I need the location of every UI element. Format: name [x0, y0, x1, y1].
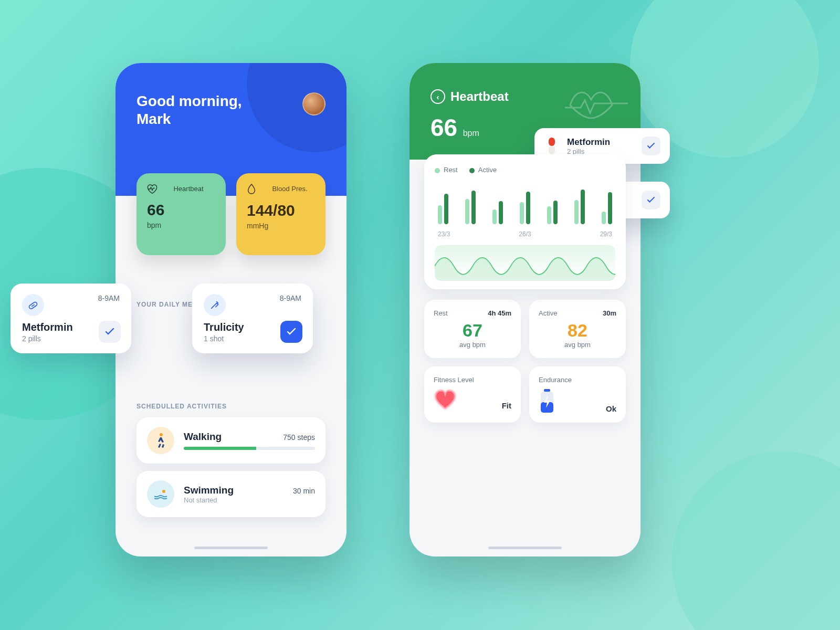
home-indicator	[194, 547, 268, 549]
droplet-icon	[247, 184, 256, 194]
header-decor	[247, 63, 346, 152]
fitness-result: Fit	[502, 401, 511, 410]
active-duration: 30m	[603, 309, 616, 317]
heartbeat-icon	[147, 184, 158, 194]
active-value: 82	[539, 320, 616, 341]
med-card-trulicity[interactable]: 8-9AM Trulicity 1 shot	[192, 284, 313, 353]
rest-duration: 4h 45m	[488, 309, 511, 317]
detail-title: Heartbeat	[450, 89, 509, 104]
check-icon	[647, 197, 655, 203]
med-card-metformin[interactable]: 8-9AM Metformin 2 pills	[10, 284, 131, 353]
endurance-card[interactable]: Endurance Ok	[529, 366, 626, 423]
heart-icon	[434, 389, 457, 410]
heartbeat-value: 66	[147, 201, 215, 219]
svg-point-0	[160, 433, 163, 436]
back-button[interactable]: ‹ Heartbeat	[430, 89, 509, 104]
active-stat-card[interactable]: Active 30m 82 avg bpm	[529, 300, 626, 358]
walking-name: Walking	[184, 431, 222, 443]
bp-label: Blood Pres.	[272, 185, 307, 193]
walking-progress	[184, 447, 315, 450]
float-med-check[interactable]	[642, 191, 660, 209]
active-label: Active	[539, 309, 557, 317]
rest-value: 67	[434, 320, 511, 341]
heartbeat-label: Heartbeat	[173, 185, 203, 193]
activities-section-title: SCHEDULLED ACTIVITIES	[116, 403, 346, 410]
legend-active: Active	[469, 166, 497, 174]
chart-legend: Rest Active	[435, 166, 615, 174]
med-time: 8-9AM	[98, 294, 120, 302]
check-icon	[647, 143, 655, 149]
chart-dates: 23/3 26/3 29/3	[435, 224, 615, 238]
avatar[interactable]	[302, 92, 326, 116]
check-icon	[287, 328, 296, 335]
bp-unit: mmHg	[247, 222, 315, 230]
activity-swimming[interactable]: Swimming 30 min Not started	[136, 471, 326, 517]
syringe-icon	[204, 294, 226, 316]
chart-date: 26/3	[519, 230, 531, 238]
heartbeat-decor-icon	[565, 84, 628, 121]
vitals-row: Heartbeat 66 bpm Blood Pres. 144/80 mmHg	[136, 173, 326, 255]
float-med-name: Metformin	[567, 137, 634, 148]
legend-rest: Rest	[435, 166, 458, 174]
activity-walking[interactable]: Walking 750 steps	[136, 417, 326, 464]
fitness-card[interactable]: Fitness Level Fit	[424, 366, 521, 423]
capsule-icon	[544, 136, 560, 155]
bar-chart[interactable]	[435, 182, 615, 224]
svg-rect-8	[549, 146, 555, 154]
float-med-check[interactable]	[642, 136, 660, 155]
med-time: 8-9AM	[280, 294, 301, 302]
svg-point-1	[162, 490, 165, 493]
walking-metric: 750 steps	[283, 433, 315, 442]
rest-unit: avg bpm	[434, 341, 511, 349]
home-indicator	[488, 547, 562, 549]
pill-icon	[22, 294, 44, 316]
chart-date: 29/3	[600, 230, 612, 238]
fitness-label: Fitness Level	[434, 376, 511, 384]
rest-stat-card[interactable]: Rest 4h 45m 67 avg bpm	[424, 300, 521, 358]
bp-value: 144/80	[247, 202, 315, 219]
med-check-button[interactable]	[280, 321, 302, 343]
walking-icon	[147, 427, 174, 454]
endurance-label: Endurance	[539, 376, 616, 384]
svg-line-3	[32, 304, 35, 307]
battery-icon	[539, 389, 555, 413]
chevron-left-icon: ‹	[430, 89, 445, 104]
swimming-icon	[147, 480, 174, 508]
detail-unit: bpm	[463, 129, 479, 138]
med-floats: 8-9AM Metformin 2 pills 8-9AM Trulicity …	[52, 284, 313, 353]
endurance-result: Ok	[606, 404, 616, 413]
med-check-button[interactable]	[99, 321, 121, 343]
detail-value: 66	[430, 113, 457, 142]
blood-pressure-card[interactable]: Blood Pres. 144/80 mmHg	[236, 173, 326, 255]
heartbeat-card[interactable]: Heartbeat 66 bpm	[136, 173, 226, 255]
chart-date: 23/3	[438, 230, 450, 238]
swimming-metric: 30 min	[293, 487, 315, 495]
svg-rect-4	[544, 389, 550, 392]
swimming-status: Not started	[184, 496, 315, 504]
swimming-name: Swimming	[184, 485, 234, 496]
heartbeat-chart-card: Rest Active 23/3 26/3 29/3	[424, 154, 626, 289]
heartbeat-unit: bpm	[147, 221, 215, 229]
active-unit: avg bpm	[539, 341, 616, 349]
svg-rect-7	[549, 138, 555, 146]
check-icon	[105, 328, 114, 335]
wave-chart[interactable]	[435, 245, 615, 281]
rest-label: Rest	[434, 309, 448, 317]
